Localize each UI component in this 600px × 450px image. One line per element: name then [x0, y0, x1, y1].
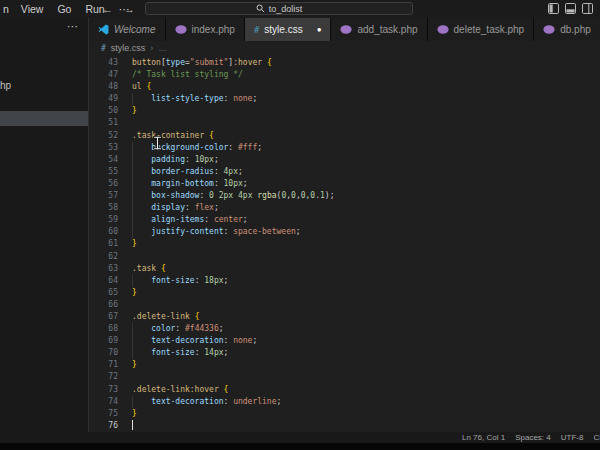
- toggle-sidebar-icon[interactable]: [548, 3, 559, 14]
- line-number: 49: [89, 93, 118, 105]
- indent-guide: [132, 166, 133, 178]
- menu-item-n[interactable]: n: [0, 0, 14, 18]
- code-line-57[interactable]: 57 box-shadow: 0 2px 4px rgba(0,0,0,0.1)…: [89, 190, 600, 202]
- code-line-61[interactable]: 61}: [89, 238, 600, 250]
- code-line-47[interactable]: 47/* Task list styling */: [89, 69, 600, 81]
- editor-group: Welcomeindex.php#style.css●add_task.phpd…: [88, 18, 600, 432]
- line-content: border-radius: 4px;: [132, 166, 243, 178]
- line-content: list-style-type: none;: [132, 93, 257, 105]
- back-icon[interactable]: ←: [102, 3, 113, 15]
- line-number: 74: [89, 396, 118, 408]
- code-line-62[interactable]: 62: [89, 251, 600, 263]
- code-line-59[interactable]: 59 align-items: center;: [89, 214, 600, 226]
- code-line-58[interactable]: 58 display: flex;: [89, 202, 600, 214]
- line-content: .delete-link {: [132, 311, 199, 323]
- code-line-66[interactable]: 66: [89, 299, 600, 311]
- line-number: 61: [89, 238, 118, 250]
- code-line-43[interactable]: 43button[type="submit"]:hover {: [89, 57, 600, 69]
- breadcrumb-file[interactable]: style.css: [111, 43, 146, 53]
- indent-guide: [132, 335, 133, 347]
- code-line-55[interactable]: 55 border-radius: 4px;: [89, 166, 600, 178]
- line-number: 59: [89, 214, 118, 226]
- explorer-file-item-partial[interactable]: hp: [0, 80, 11, 91]
- breadcrumb[interactable]: # style.css › …: [89, 41, 600, 55]
- command-center-search[interactable]: to_dolist: [145, 2, 413, 15]
- modified-dot-icon[interactable]: ●: [317, 26, 322, 34]
- line-number: 64: [89, 275, 118, 287]
- toggle-panel-icon[interactable]: [565, 3, 576, 14]
- indent-guide: [132, 190, 133, 202]
- code-line-73[interactable]: 73.delete-link:hover {: [89, 384, 600, 396]
- code-area[interactable]: 43button[type="submit"]:hover {47/* Task…: [89, 55, 600, 432]
- line-number: 71: [89, 359, 118, 371]
- search-icon: [256, 4, 265, 13]
- tab-bar: Welcomeindex.php#style.css●add_task.phpd…: [89, 18, 600, 41]
- line-content: }: [132, 238, 137, 250]
- code-line-72[interactable]: 72: [89, 371, 600, 383]
- line-content: font-size: 14px;: [132, 347, 228, 359]
- line-content: text-decoration: underline;: [132, 396, 281, 408]
- tab-db.php[interactable]: db.php: [534, 18, 600, 41]
- tab-style.css[interactable]: #style.css●: [245, 18, 332, 41]
- forward-icon[interactable]: →: [124, 3, 135, 15]
- code-line-60[interactable]: 60 justify-content: space-between;: [89, 226, 600, 238]
- line-number: 68: [89, 323, 118, 335]
- line-number: 52: [89, 130, 118, 142]
- code-line-69[interactable]: 69 text-decoration: none;: [89, 335, 600, 347]
- status-item-crlf[interactable]: CRLF: [593, 433, 600, 442]
- line-content: }: [132, 287, 137, 299]
- line-number: 63: [89, 263, 118, 275]
- code-line-75[interactable]: 75}: [89, 408, 600, 420]
- tab-add_task.php[interactable]: add_task.php: [331, 18, 427, 41]
- code-line-56[interactable]: 56 margin-bottom: 10px;: [89, 178, 600, 190]
- status-item-utf-8[interactable]: UTF-8: [561, 433, 584, 442]
- menu-item-go[interactable]: Go: [50, 0, 78, 18]
- code-line-67[interactable]: 67.delete-link {: [89, 311, 600, 323]
- code-line-68[interactable]: 68 color: #f44336;: [89, 323, 600, 335]
- status-item-spaces-4[interactable]: Spaces: 4: [515, 433, 551, 442]
- code-line-52[interactable]: 52.task-container {: [89, 130, 600, 142]
- code-line-48[interactable]: 48ul {: [89, 81, 600, 93]
- titlebar: nViewGoRun⋯ ← → to_dolist: [0, 0, 600, 18]
- line-content: justify-content: space-between;: [132, 226, 301, 238]
- line-content: button[type="submit"]:hover {: [132, 57, 272, 69]
- line-number: 73: [89, 384, 118, 396]
- code-line-76[interactable]: 76: [89, 420, 600, 432]
- indent-guide: [132, 154, 133, 166]
- line-content: margin-bottom: 10px;: [132, 178, 248, 190]
- code-line-50[interactable]: 50}: [89, 105, 600, 117]
- code-line-63[interactable]: 63.task {: [89, 263, 600, 275]
- code-line-49[interactable]: 49 list-style-type: none;: [89, 93, 600, 105]
- tab-label: add_task.php: [357, 24, 417, 35]
- sidebar-more-actions-icon[interactable]: ⋯: [67, 20, 79, 33]
- menu-item-view[interactable]: View: [14, 0, 51, 18]
- explorer-selected-item[interactable]: [0, 111, 88, 126]
- tab-index.php[interactable]: index.php: [166, 18, 245, 41]
- breadcrumb-more[interactable]: …: [158, 43, 167, 53]
- code-line-51[interactable]: 51: [89, 117, 600, 129]
- tab-label: Welcome: [114, 24, 156, 35]
- line-content: }: [132, 359, 137, 371]
- css-file-icon: #: [101, 44, 106, 53]
- code-line-71[interactable]: 71}: [89, 359, 600, 371]
- line-content: .task-container {: [132, 130, 214, 142]
- line-content: .task {: [132, 263, 166, 275]
- line-number: 72: [89, 371, 118, 383]
- tab-label: style.css: [264, 24, 302, 35]
- toggle-secondary-sidebar-icon[interactable]: [582, 3, 593, 14]
- window-bottom-edge: [0, 443, 600, 450]
- indent-guide: [132, 178, 133, 190]
- text-caret: [132, 420, 133, 430]
- indent-guide: [132, 214, 133, 226]
- code-line-64[interactable]: 64 font-size: 18px;: [89, 275, 600, 287]
- line-number: 48: [89, 81, 118, 93]
- tab-delete_task.php[interactable]: delete_task.php: [428, 18, 535, 41]
- code-line-74[interactable]: 74 text-decoration: underline;: [89, 396, 600, 408]
- code-line-70[interactable]: 70 font-size: 14px;: [89, 347, 600, 359]
- tab-Welcome[interactable]: Welcome: [89, 18, 166, 41]
- code-line-65[interactable]: 65}: [89, 287, 600, 299]
- code-line-54[interactable]: 54 padding: 10px;: [89, 154, 600, 166]
- code-line-53[interactable]: 53 background-color: #fff;: [89, 142, 600, 154]
- status-item-ln-76-col-1[interactable]: Ln 76, Col 1: [462, 433, 505, 442]
- line-number: 51: [89, 117, 118, 129]
